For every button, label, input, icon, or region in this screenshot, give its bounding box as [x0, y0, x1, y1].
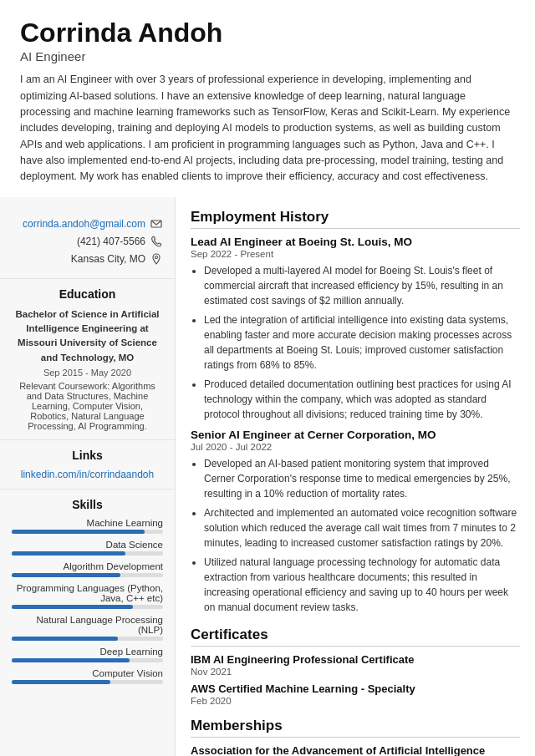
- skill-label: Algorithm Development: [12, 561, 163, 571]
- memberships-section: Memberships Association for the Advancem…: [191, 718, 520, 756]
- coursework-label: Relevant Coursework:: [19, 381, 110, 391]
- cert-entry: IBM AI Engineering Professional Certific…: [191, 653, 520, 677]
- skill-bar-fill: [12, 573, 120, 577]
- cert-name: IBM AI Engineering Professional Certific…: [191, 653, 520, 666]
- job-entry: Lead AI Engineer at Boeing St. Louis, MO…: [191, 236, 520, 422]
- header-section: Corrinda Andoh AI Engineer I am an AI En…: [0, 0, 535, 197]
- skills-heading: Skills: [12, 498, 163, 511]
- education-dates: Sep 2015 - May 2020: [12, 368, 163, 378]
- job-date: Jul 2020 - Jul 2022: [191, 442, 520, 452]
- job-bullets: Developed a multi-layered AI model for B…: [191, 263, 520, 422]
- skill-item: Deep Learning: [12, 647, 163, 662]
- cert-entry: AWS Certified Machine Learning - Special…: [191, 682, 520, 706]
- skill-bar-fill: [12, 605, 133, 609]
- job-date: Sep 2022 - Present: [191, 249, 520, 259]
- skill-item: Computer Vision: [12, 668, 163, 684]
- job-entry: Senior AI Engineer at Cerner Corporation…: [191, 429, 520, 615]
- svg-point-1: [155, 256, 158, 258]
- job-bullet: Architected and implemented an automated…: [204, 505, 520, 551]
- location-icon: [150, 252, 163, 266]
- job-title: Lead AI Engineer at Boeing St. Louis, MO: [191, 236, 520, 248]
- memberships-list: Association for the Advancement of Artif…: [191, 744, 520, 756]
- email-link[interactable]: corrinda.andoh@gmail.com: [23, 218, 145, 230]
- education-heading: Education: [12, 287, 163, 301]
- skill-bar-fill: [12, 680, 110, 684]
- contact-location: Kansas City, MO: [12, 252, 163, 266]
- skill-bar-bg: [12, 605, 163, 609]
- contact-section: corrinda.andoh@gmail.com (421) 407-5566: [0, 209, 175, 279]
- skill-bar-bg: [12, 680, 163, 684]
- skill-item: Programming Languages (Python, Java, C++…: [12, 583, 163, 609]
- skills-section: Skills Machine Learning Data Science Alg…: [0, 490, 175, 698]
- candidate-name: Corrinda Andoh: [20, 18, 515, 48]
- skill-bar-bg: [12, 551, 163, 556]
- skill-item: Machine Learning: [12, 518, 163, 534]
- linkedin-link[interactable]: linkedin.com/in/corrindaandoh: [12, 469, 163, 480]
- skill-bar-bg: [12, 637, 163, 641]
- job-bullet: Produced detailed documentation outlinin…: [204, 377, 520, 422]
- candidate-title: AI Engineer: [20, 49, 515, 63]
- links-heading: Links: [12, 449, 163, 462]
- sidebar: corrinda.andoh@gmail.com (421) 407-5566: [0, 197, 176, 756]
- contact-email: corrinda.andoh@gmail.com: [12, 217, 163, 231]
- employment-title: Employment History: [191, 209, 520, 229]
- skill-label: Computer Vision: [12, 668, 163, 678]
- candidate-summary: I am an AI Engineer with over 3 years of…: [20, 72, 515, 185]
- skill-bar-fill: [12, 658, 130, 662]
- skill-label: Programming Languages (Python, Java, C++…: [12, 583, 163, 603]
- skill-item: Natural Language Processing (NLP): [12, 615, 163, 641]
- skill-label: Machine Learning: [12, 518, 163, 528]
- certificates-title: Certificates: [191, 627, 520, 647]
- skill-bar-bg: [12, 658, 163, 662]
- main-layout: corrinda.andoh@gmail.com (421) 407-5566: [0, 197, 535, 756]
- cert-date: Feb 2020: [191, 696, 520, 706]
- membership-item: Association for the Advancement of Artif…: [191, 744, 520, 756]
- skill-bar-fill: [12, 551, 125, 556]
- job-bullet: Developed a multi-layered AI model for B…: [204, 263, 520, 308]
- cert-date: Nov 2021: [191, 667, 520, 677]
- phone-icon: [150, 235, 163, 248]
- jobs-list: Lead AI Engineer at Boeing St. Louis, MO…: [191, 236, 520, 615]
- certificates-section: Certificates IBM AI Engineering Professi…: [191, 627, 520, 706]
- degree-text: Bachelor of Science in Artificial Intell…: [15, 309, 159, 363]
- job-bullet: Utilized natural language processing tec…: [204, 555, 520, 615]
- resume-page: Corrinda Andoh AI Engineer I am an AI En…: [0, 0, 535, 756]
- skill-label: Deep Learning: [12, 647, 163, 657]
- skill-bar-bg: [12, 530, 163, 534]
- education-section: Education Bachelor of Science in Artific…: [0, 279, 175, 440]
- job-bullets: Developed an AI-based patient monitoring…: [191, 456, 520, 615]
- job-bullet: Led the integration of artificial intell…: [204, 312, 520, 373]
- education-coursework: Relevant Coursework: Algorithms and Data…: [12, 381, 163, 431]
- skill-bar-bg: [12, 573, 163, 577]
- skill-item: Data Science: [12, 540, 163, 556]
- links-section: Links linkedin.com/in/corrindaandoh: [0, 440, 175, 490]
- skill-label: Natural Language Processing (NLP): [12, 615, 163, 635]
- employment-section: Employment History Lead AI Engineer at B…: [191, 209, 520, 615]
- skill-bar-fill: [12, 530, 145, 534]
- location-text: Kansas City, MO: [71, 253, 145, 265]
- phone-text: (421) 407-5566: [77, 236, 145, 247]
- job-title: Senior AI Engineer at Cerner Corporation…: [191, 429, 520, 441]
- skills-list: Machine Learning Data Science Algorithm …: [12, 518, 163, 684]
- email-icon: [150, 217, 163, 231]
- certs-list: IBM AI Engineering Professional Certific…: [191, 653, 520, 706]
- skill-label: Data Science: [12, 540, 163, 550]
- education-degree: Bachelor of Science in Artificial Intell…: [12, 307, 163, 365]
- cert-name: AWS Certified Machine Learning - Special…: [191, 682, 520, 695]
- memberships-title: Memberships: [191, 718, 520, 738]
- contact-phone: (421) 407-5566: [12, 235, 163, 248]
- skill-item: Algorithm Development: [12, 561, 163, 577]
- main-content: Employment History Lead AI Engineer at B…: [176, 197, 535, 756]
- job-bullet: Developed an AI-based patient monitoring…: [204, 456, 520, 501]
- skill-bar-fill: [12, 637, 118, 641]
